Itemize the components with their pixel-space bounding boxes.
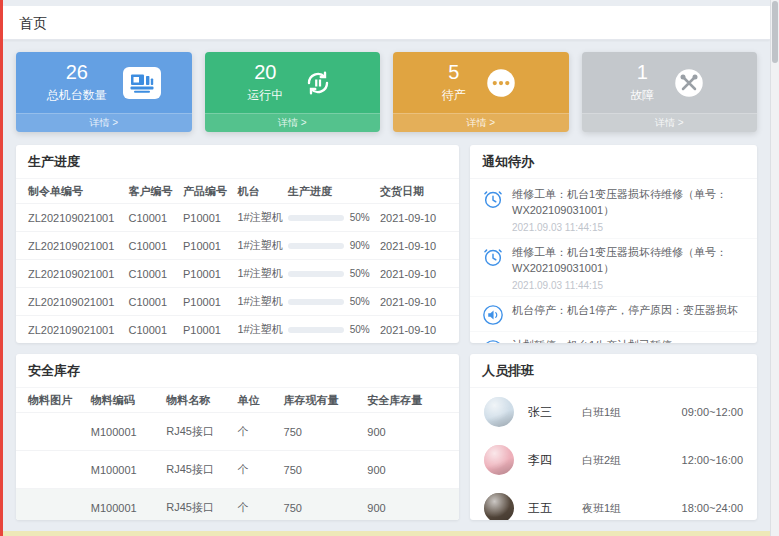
stat-card[interactable]: 20 运行中 [205,52,381,132]
unit-cell: 个 [237,500,283,515]
tools-fault-icon [674,68,704,98]
inventory-table-body: M100001 RJ45接口 个 750 900 M100001 [16,412,459,520]
column-header: 交货日期 [380,184,447,199]
notification-item[interactable]: 计划暂停：机台1生产计划已暂停 2021.09.03 11:44:15 [470,331,757,343]
employee-name: 李四 [528,452,582,469]
notifications-list: 维修工单：机台1变压器损坏待维修（单号：WX202109031001） 2021… [470,179,757,343]
customer-no-cell: C10001 [129,324,183,336]
order-no-cell: ZL202109021001 [28,324,129,336]
stat-value: 20 [247,61,283,83]
production-table-body: ZL202109021001 C10001 P10001 1#注塑机 50% 2… [16,203,459,343]
delivery-date-cell: 2021-09-10 [380,212,447,224]
production-table-row: ZL202109021001 C10001 P10001 1#注塑机 50% 2… [16,203,459,231]
progress-percent-label: 50% [350,268,370,279]
progress-cell: 50% [288,268,380,279]
stat-card[interactable]: 1 故障 [582,52,758,132]
machine-cell: 1#注塑机 [237,322,287,337]
production-table-row: ZL202109021001 C10001 P10001 1#注塑机 50% 2… [16,315,459,343]
column-header: 物料名称 [166,393,237,408]
column-header: 产品编号 [183,184,237,199]
stat-label: 故障 [630,87,654,104]
progress-percent-label: 50% [350,324,370,335]
progress-cell: 50% [288,296,380,307]
stat-icon-box [482,67,520,99]
shift-time: 18:00~24:00 [682,502,743,514]
avatar [484,493,514,520]
customer-no-cell: C10001 [129,212,183,224]
speaker-icon [482,339,504,343]
product-no-cell: P10001 [183,268,237,280]
stat-detail-link[interactable]: 详情 > [16,113,192,132]
stat-value: 1 [630,61,654,83]
notification-item[interactable]: 维修工单：机台1变压器损坏待维修（单号：WX202109031001） 2021… [470,181,757,238]
app-main: 首页 26 总机台数量 [3,0,770,531]
production-table-row: ZL202109021001 C10001 P10001 1#注塑机 90% 2… [16,231,459,259]
product-no-cell: P10001 [183,212,237,224]
notification-icon-box [482,339,504,343]
notification-body: 计划暂停：机台1生产计划已暂停 2021.09.03 11:44:15 [512,338,672,343]
dashboard-content: 26 总机台数量 [3,40,770,531]
product-no-cell: P10001 [183,240,237,252]
notification-timestamp: 2021.09.03 11:44:15 [512,280,745,291]
stat-card-text: 20 运行中 [247,61,283,104]
stat-card-text: 1 故障 [630,61,654,104]
stat-detail-link[interactable]: 详情 > [582,113,758,132]
notification-body: 维修工单：机台1变压器损坏待维修（单号：WX202109031001） 2021… [512,187,745,233]
stock-on-hand-cell: 750 [284,426,368,438]
stat-label: 待产 [442,87,466,104]
vertical-scrollbar[interactable] [770,0,779,536]
progress-cell: 50% [288,212,380,223]
shift-time: 12:00~16:00 [682,454,743,466]
page-title: 首页 [19,15,47,31]
notification-body: 机台停产：机台1停产，停产原因：变压器损坏 [512,303,738,326]
notification-text: 维修工单：机台1变压器损坏待维修（单号：WX202109031001） [512,187,745,219]
stat-detail-link[interactable]: 详情 > [205,113,381,132]
personnel-schedule-panel: 人员排班 张三 白班1组 09:00~12:00 李四 [470,354,757,520]
material-code-cell: M100001 [91,426,166,438]
customer-no-cell: C10001 [129,296,183,308]
progress-percent-label: 50% [350,296,370,307]
product-no-cell: P10001 [183,296,237,308]
clock-icon [482,246,504,268]
delivery-date-cell: 2021-09-10 [380,240,447,252]
machine-cell: 1#注塑机 [237,238,287,253]
unit-cell: 个 [237,424,283,439]
safety-inventory-panel: 安全库存 物料图片物料编码物料名称单位库存现有量安全库存量 M100001 RJ… [16,354,459,520]
notification-icon-box [482,304,504,326]
page-header: 首页 [3,6,770,40]
machine-icon [130,71,154,95]
schedule-list: 张三 白班1组 09:00~12:00 李四 白班2组 12:00~16:00 [470,388,757,520]
notification-item[interactable]: 机台停产：机台1停产，停产原因：变压器损坏 [470,296,757,331]
left-edge-strip [0,0,3,536]
notification-body: 维修工单：机台1变压器损坏待维修（单号：WX202109031001） 2021… [512,245,745,291]
stat-icon-box [299,67,337,99]
stock-on-hand-cell: 750 [284,464,368,476]
product-no-cell: P10001 [183,324,237,336]
production-table-row: ZL202109021001 C10001 P10001 1#注塑机 50% 2… [16,259,459,287]
machine-cell: 1#注塑机 [237,210,287,225]
stat-cards-row: 26 总机台数量 [16,52,757,132]
inventory-table-row: M100001 RJ45接口 个 750 900 [16,412,459,450]
schedule-row: 王五 夜班1组 18:00~24:00 [470,484,757,520]
customer-no-cell: C10001 [129,240,183,252]
speaker-icon [482,304,504,326]
stat-value: 26 [47,61,107,83]
shift-label: 夜班1组 [582,501,654,516]
scrollbar-thumb[interactable] [772,1,778,63]
notification-item[interactable]: 维修工单：机台1变压器损坏待维修（单号：WX202109031001） 2021… [470,238,757,296]
stat-card[interactable]: 5 待产 [393,52,569,132]
progress-percent-label: 50% [350,212,370,223]
stock-on-hand-cell: 750 [284,502,368,514]
notification-text: 机台停产：机台1停产，停产原因：变压器损坏 [512,303,738,319]
material-name-cell: RJ45接口 [166,462,237,477]
running-refresh-icon [303,68,333,98]
stat-label: 运行中 [247,87,283,104]
progress-bar-track [288,327,344,333]
stat-detail-link[interactable]: 详情 > [393,113,569,132]
notification-icon-box [482,188,504,210]
delivery-date-cell: 2021-09-10 [380,296,447,308]
avatar [484,445,514,475]
stat-card-body: 1 故障 [582,52,758,113]
column-header: 单位 [237,393,283,408]
stat-card[interactable]: 26 总机台数量 [16,52,192,132]
